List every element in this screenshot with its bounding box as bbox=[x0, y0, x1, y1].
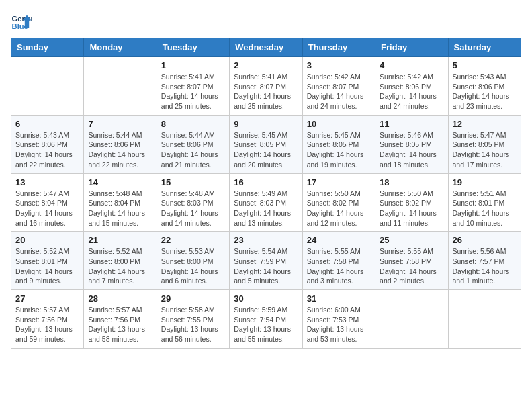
day-cell: 19Sunrise: 5:51 AM Sunset: 8:01 PM Dayli… bbox=[448, 173, 521, 232]
day-cell: 31Sunrise: 6:00 AM Sunset: 7:53 PM Dayli… bbox=[302, 290, 375, 349]
day-info: Sunrise: 5:54 AM Sunset: 7:59 PM Dayligh… bbox=[234, 246, 298, 286]
day-number: 6 bbox=[15, 119, 79, 129]
logo: General Blue bbox=[11, 11, 32, 32]
day-cell bbox=[11, 57, 84, 116]
page-header: General Blue bbox=[11, 11, 521, 32]
day-number: 24 bbox=[307, 235, 371, 245]
day-cell: 16Sunrise: 5:49 AM Sunset: 8:03 PM Dayli… bbox=[230, 173, 302, 232]
day-info: Sunrise: 5:48 AM Sunset: 8:03 PM Dayligh… bbox=[161, 189, 225, 228]
day-info: Sunrise: 5:52 AM Sunset: 8:01 PM Dayligh… bbox=[15, 246, 79, 286]
day-number: 30 bbox=[234, 293, 298, 304]
day-info: Sunrise: 5:55 AM Sunset: 7:58 PM Dayligh… bbox=[380, 246, 443, 286]
day-number: 10 bbox=[307, 119, 371, 129]
week-row-3: 13Sunrise: 5:47 AM Sunset: 8:04 PM Dayli… bbox=[11, 173, 521, 232]
day-cell: 26Sunrise: 5:56 AM Sunset: 7:57 PM Dayli… bbox=[448, 232, 521, 290]
day-cell: 3Sunrise: 5:42 AM Sunset: 8:07 PM Daylig… bbox=[302, 57, 375, 116]
day-cell: 23Sunrise: 5:54 AM Sunset: 7:59 PM Dayli… bbox=[230, 232, 302, 290]
day-cell bbox=[375, 290, 448, 349]
day-number: 31 bbox=[307, 293, 371, 304]
day-info: Sunrise: 5:58 AM Sunset: 7:55 PM Dayligh… bbox=[161, 305, 225, 345]
day-number: 18 bbox=[380, 177, 443, 187]
day-number: 14 bbox=[88, 177, 152, 187]
day-number: 8 bbox=[161, 119, 225, 129]
day-number: 28 bbox=[88, 293, 152, 304]
day-number: 29 bbox=[161, 293, 225, 304]
day-info: Sunrise: 5:41 AM Sunset: 8:07 PM Dayligh… bbox=[161, 72, 225, 111]
day-number: 1 bbox=[161, 60, 225, 71]
day-number: 16 bbox=[234, 177, 298, 187]
day-number: 19 bbox=[453, 177, 517, 187]
weekday-header-tuesday: Tuesday bbox=[157, 38, 229, 57]
day-info: Sunrise: 5:43 AM Sunset: 8:06 PM Dayligh… bbox=[15, 130, 79, 170]
day-cell: 22Sunrise: 5:53 AM Sunset: 8:00 PM Dayli… bbox=[157, 232, 229, 290]
day-cell: 21Sunrise: 5:52 AM Sunset: 8:00 PM Dayli… bbox=[84, 232, 157, 290]
day-number: 23 bbox=[234, 235, 298, 245]
day-number: 17 bbox=[307, 177, 371, 187]
day-info: Sunrise: 5:43 AM Sunset: 8:06 PM Dayligh… bbox=[453, 72, 517, 111]
day-info: Sunrise: 5:48 AM Sunset: 8:04 PM Dayligh… bbox=[88, 189, 152, 228]
day-number: 21 bbox=[88, 235, 152, 245]
day-cell bbox=[448, 290, 521, 349]
weekday-header-wednesday: Wednesday bbox=[230, 38, 302, 57]
day-cell: 20Sunrise: 5:52 AM Sunset: 8:01 PM Dayli… bbox=[11, 232, 84, 290]
week-row-5: 27Sunrise: 5:57 AM Sunset: 7:56 PM Dayli… bbox=[11, 290, 521, 349]
day-cell: 28Sunrise: 5:57 AM Sunset: 7:56 PM Dayli… bbox=[84, 290, 157, 349]
weekday-header-row: SundayMondayTuesdayWednesdayThursdayFrid… bbox=[11, 38, 521, 57]
day-number: 20 bbox=[15, 235, 79, 245]
day-info: Sunrise: 5:42 AM Sunset: 8:07 PM Dayligh… bbox=[307, 72, 371, 111]
week-row-4: 20Sunrise: 5:52 AM Sunset: 8:01 PM Dayli… bbox=[11, 232, 521, 290]
day-info: Sunrise: 5:49 AM Sunset: 8:03 PM Dayligh… bbox=[234, 189, 298, 228]
day-info: Sunrise: 5:52 AM Sunset: 8:00 PM Dayligh… bbox=[88, 246, 152, 286]
weekday-header-friday: Friday bbox=[375, 38, 448, 57]
day-number: 13 bbox=[15, 177, 79, 187]
day-cell: 24Sunrise: 5:55 AM Sunset: 7:58 PM Dayli… bbox=[302, 232, 375, 290]
day-number: 26 bbox=[453, 235, 517, 245]
weekday-header-thursday: Thursday bbox=[302, 38, 375, 57]
weekday-header-monday: Monday bbox=[84, 38, 157, 57]
day-number: 5 bbox=[453, 60, 517, 71]
day-cell: 6Sunrise: 5:43 AM Sunset: 8:06 PM Daylig… bbox=[11, 115, 84, 173]
day-cell: 5Sunrise: 5:43 AM Sunset: 8:06 PM Daylig… bbox=[448, 57, 521, 116]
day-info: Sunrise: 5:45 AM Sunset: 8:05 PM Dayligh… bbox=[234, 130, 298, 170]
day-number: 7 bbox=[88, 119, 152, 129]
day-info: Sunrise: 5:47 AM Sunset: 8:05 PM Dayligh… bbox=[453, 130, 517, 170]
day-number: 4 bbox=[380, 60, 443, 71]
day-cell: 25Sunrise: 5:55 AM Sunset: 7:58 PM Dayli… bbox=[375, 232, 448, 290]
day-cell: 9Sunrise: 5:45 AM Sunset: 8:05 PM Daylig… bbox=[230, 115, 302, 173]
day-cell: 13Sunrise: 5:47 AM Sunset: 8:04 PM Dayli… bbox=[11, 173, 84, 232]
weekday-header-sunday: Sunday bbox=[11, 38, 84, 57]
weekday-header-saturday: Saturday bbox=[448, 38, 521, 57]
day-info: Sunrise: 5:51 AM Sunset: 8:01 PM Dayligh… bbox=[453, 189, 517, 228]
calendar-table: SundayMondayTuesdayWednesdayThursdayFrid… bbox=[11, 38, 521, 349]
day-cell: 12Sunrise: 5:47 AM Sunset: 8:05 PM Dayli… bbox=[448, 115, 521, 173]
day-cell: 30Sunrise: 5:59 AM Sunset: 7:54 PM Dayli… bbox=[230, 290, 302, 349]
day-number: 2 bbox=[234, 60, 298, 71]
day-cell: 2Sunrise: 5:41 AM Sunset: 8:07 PM Daylig… bbox=[230, 57, 302, 116]
day-cell: 10Sunrise: 5:45 AM Sunset: 8:05 PM Dayli… bbox=[302, 115, 375, 173]
day-number: 27 bbox=[15, 293, 79, 304]
day-cell: 15Sunrise: 5:48 AM Sunset: 8:03 PM Dayli… bbox=[157, 173, 229, 232]
day-info: Sunrise: 5:44 AM Sunset: 8:06 PM Dayligh… bbox=[88, 130, 152, 170]
week-row-2: 6Sunrise: 5:43 AM Sunset: 8:06 PM Daylig… bbox=[11, 115, 521, 173]
day-cell: 17Sunrise: 5:50 AM Sunset: 8:02 PM Dayli… bbox=[302, 173, 375, 232]
day-cell bbox=[84, 57, 157, 116]
day-info: Sunrise: 5:47 AM Sunset: 8:04 PM Dayligh… bbox=[15, 189, 79, 228]
day-info: Sunrise: 5:46 AM Sunset: 8:05 PM Dayligh… bbox=[380, 130, 443, 170]
day-number: 11 bbox=[380, 119, 443, 129]
day-number: 22 bbox=[161, 235, 225, 245]
day-info: Sunrise: 5:57 AM Sunset: 7:56 PM Dayligh… bbox=[15, 305, 79, 345]
day-number: 9 bbox=[234, 119, 298, 129]
day-info: Sunrise: 5:50 AM Sunset: 8:02 PM Dayligh… bbox=[380, 189, 443, 228]
day-cell: 4Sunrise: 5:42 AM Sunset: 8:06 PM Daylig… bbox=[375, 57, 448, 116]
day-info: Sunrise: 5:56 AM Sunset: 7:57 PM Dayligh… bbox=[453, 246, 517, 286]
day-number: 3 bbox=[307, 60, 371, 71]
day-info: Sunrise: 5:44 AM Sunset: 8:06 PM Dayligh… bbox=[161, 130, 225, 170]
week-row-1: 1Sunrise: 5:41 AM Sunset: 8:07 PM Daylig… bbox=[11, 57, 521, 116]
day-cell: 14Sunrise: 5:48 AM Sunset: 8:04 PM Dayli… bbox=[84, 173, 157, 232]
day-number: 12 bbox=[453, 119, 517, 129]
day-info: Sunrise: 5:59 AM Sunset: 7:54 PM Dayligh… bbox=[234, 305, 298, 345]
day-info: Sunrise: 5:50 AM Sunset: 8:02 PM Dayligh… bbox=[307, 189, 371, 228]
day-info: Sunrise: 5:45 AM Sunset: 8:05 PM Dayligh… bbox=[307, 130, 371, 170]
day-info: Sunrise: 5:53 AM Sunset: 8:00 PM Dayligh… bbox=[161, 246, 225, 286]
day-cell: 11Sunrise: 5:46 AM Sunset: 8:05 PM Dayli… bbox=[375, 115, 448, 173]
